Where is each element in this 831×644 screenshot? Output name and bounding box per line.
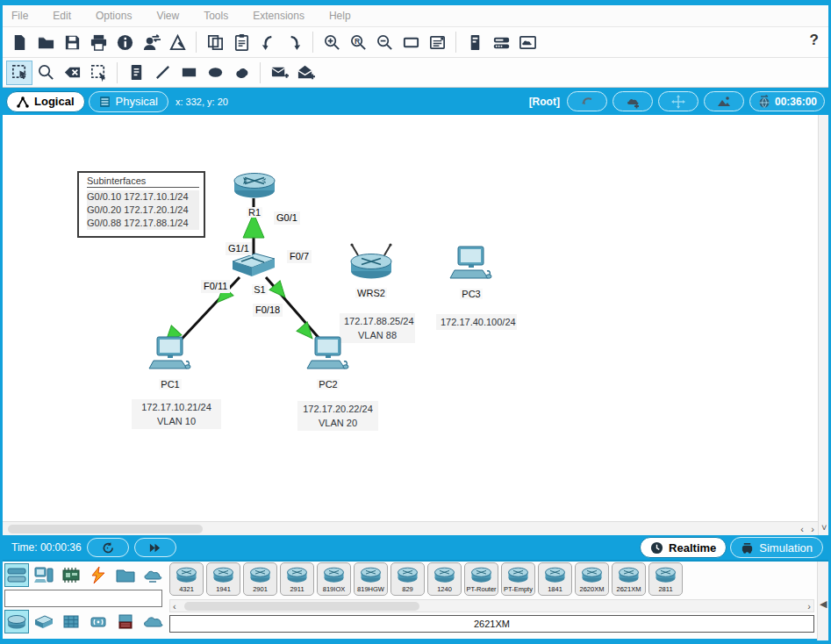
user-profile-icon[interactable] xyxy=(138,30,164,54)
device-model-button[interactable]: 1841 xyxy=(538,562,572,596)
scroll-left-arrow[interactable]: ◀ xyxy=(820,597,827,611)
fast-forward-button[interactable] xyxy=(134,538,176,557)
menu-item[interactable]: Extensions xyxy=(253,10,304,22)
zoom-in-icon[interactable] xyxy=(319,30,345,54)
device-pc2[interactable]: PC2 xyxy=(304,335,353,391)
subcategory-switches[interactable] xyxy=(32,610,56,633)
subcategory-routers[interactable] xyxy=(4,610,29,633)
simulation-bar: Time: 00:00:36 Realtime Simulation xyxy=(3,535,828,560)
help-button[interactable]: ? xyxy=(810,32,819,49)
draw-line-tool-icon[interactable] xyxy=(149,61,176,85)
menu-item[interactable]: File xyxy=(11,10,28,22)
device-model-button[interactable]: 819IOX xyxy=(317,562,351,596)
drawing-palette-icon[interactable] xyxy=(398,30,424,54)
zoom-out-icon[interactable] xyxy=(371,30,398,54)
device-model-button[interactable]: 819HGW xyxy=(354,562,388,596)
select-tool-icon[interactable] xyxy=(6,61,32,85)
device-label: WRS2 xyxy=(355,288,387,298)
subcategory-wan-emulation[interactable] xyxy=(140,610,165,633)
custom-devices-dialog-icon[interactable] xyxy=(424,30,450,54)
device-switch-s1[interactable]: S1 xyxy=(229,251,278,297)
zoom-reset-icon[interactable]: R xyxy=(345,30,371,54)
scroll-left-arrow[interactable]: ‹ xyxy=(173,599,176,613)
move-object-button[interactable] xyxy=(658,91,698,111)
tab-logical[interactable]: Logical xyxy=(6,91,85,112)
add-complex-pdu-tool-icon[interactable] xyxy=(292,61,319,85)
info-icon[interactable] xyxy=(111,30,138,54)
device-model-button[interactable]: 2811 xyxy=(648,562,683,596)
print-icon[interactable] xyxy=(85,30,111,54)
inspect-tool-icon[interactable] xyxy=(32,61,59,85)
menu-item[interactable]: Help xyxy=(329,10,351,22)
device-model-button[interactable]: 2620XM xyxy=(575,562,609,596)
menu-item[interactable]: Edit xyxy=(53,10,71,22)
device-model-button[interactable]: 1240 xyxy=(427,562,462,596)
place-note-tool-icon[interactable] xyxy=(123,61,149,85)
subcategory-hubs[interactable] xyxy=(59,610,83,633)
device-model-button[interactable]: PT-Empty xyxy=(501,562,535,596)
device-router-r1[interactable]: R1 xyxy=(232,171,277,219)
back-button[interactable] xyxy=(567,91,607,111)
scroll-left-arrow[interactable]: ‹ xyxy=(800,522,804,536)
canvas-horizontal-scrollbar[interactable]: ‹ › xyxy=(3,521,818,535)
menu-item[interactable]: View xyxy=(156,10,179,22)
draw-rectangle-tool-icon[interactable] xyxy=(176,61,202,85)
cloud-image-icon[interactable] xyxy=(514,30,541,54)
subcategory-security[interactable] xyxy=(113,610,138,633)
paste-icon[interactable] xyxy=(228,30,254,54)
palette-filter-input[interactable] xyxy=(4,590,162,607)
scrollbar-thumb[interactable] xyxy=(8,525,203,533)
add-simple-pdu-tool-icon[interactable] xyxy=(266,61,292,85)
new-file-icon[interactable] xyxy=(6,30,32,54)
power-cycle-button[interactable] xyxy=(87,538,129,557)
palette-side-scrollbar[interactable]: ◀ xyxy=(817,562,828,640)
root-cluster-label[interactable]: [Root] xyxy=(529,96,560,108)
device-model-button[interactable]: PT-Router xyxy=(464,562,498,596)
activity-wizard-icon[interactable] xyxy=(164,30,190,54)
scroll-right-arrow[interactable]: › xyxy=(807,599,811,613)
canvas-vertical-scrollbar[interactable]: ˅ xyxy=(818,115,828,535)
category-connections[interactable] xyxy=(86,563,111,587)
category-multiuser[interactable] xyxy=(140,563,165,587)
device-model-button[interactable]: 2621XM xyxy=(612,562,646,596)
device-model-button[interactable]: 2901 xyxy=(243,562,277,596)
save-icon[interactable] xyxy=(59,30,85,54)
viewport-clock[interactable]: 00:36:00 xyxy=(749,91,825,111)
simulation-toggle[interactable]: Simulation xyxy=(730,537,823,558)
viewport-icon[interactable] xyxy=(462,30,488,54)
devices-dialog-icon[interactable] xyxy=(488,30,514,54)
subcategory-wireless-devices[interactable] xyxy=(86,610,111,633)
realtime-toggle[interactable]: Realtime xyxy=(640,537,727,558)
scrollbar-thumb[interactable] xyxy=(184,602,419,611)
device-wireless-router-wrs2[interactable]: WRS2 xyxy=(347,243,396,300)
delete-tool-icon[interactable] xyxy=(59,61,85,85)
device-pc1[interactable]: PC1 xyxy=(146,335,195,391)
menu-item[interactable]: Tools xyxy=(204,10,228,22)
menu-item[interactable]: Options xyxy=(96,10,132,22)
device-model-button[interactable]: 829 xyxy=(390,562,425,596)
subinterfaces-note[interactable]: Subinterfaces G0/0.10 172.17.10.1/24 G0/… xyxy=(77,171,205,238)
set-background-button[interactable] xyxy=(704,91,744,111)
device-pc3[interactable]: PC3 xyxy=(447,245,496,301)
undo-icon[interactable] xyxy=(254,30,281,54)
category-end-devices[interactable] xyxy=(32,563,56,587)
device-model-button[interactable]: 4321 xyxy=(169,562,204,596)
copy-icon[interactable] xyxy=(202,30,228,54)
redo-icon[interactable] xyxy=(281,30,307,54)
device-model-button[interactable]: 1941 xyxy=(206,562,240,596)
new-cluster-button[interactable] xyxy=(613,91,653,111)
device-model-button[interactable]: 2911 xyxy=(280,562,314,596)
resize-tool-icon[interactable] xyxy=(85,61,111,85)
draw-freeform-tool-icon[interactable] xyxy=(228,61,254,85)
category-components[interactable] xyxy=(59,563,83,587)
scroll-down-arrow[interactable]: ˅ xyxy=(821,520,827,534)
draw-ellipse-tool-icon[interactable] xyxy=(202,61,228,85)
models-scrollbar[interactable]: ‹ › xyxy=(169,599,814,612)
scroll-right-arrow[interactable]: › xyxy=(811,522,814,536)
tab-physical[interactable]: Physical xyxy=(89,91,168,112)
category-miscellaneous[interactable] xyxy=(113,563,138,587)
category-network-devices[interactable] xyxy=(4,563,29,587)
model-label: 2621XM xyxy=(617,584,641,594)
open-file-icon[interactable] xyxy=(32,30,59,54)
topology-canvas[interactable]: Subinterfaces G0/0.10 172.17.10.1/24 G0/… xyxy=(3,115,818,521)
